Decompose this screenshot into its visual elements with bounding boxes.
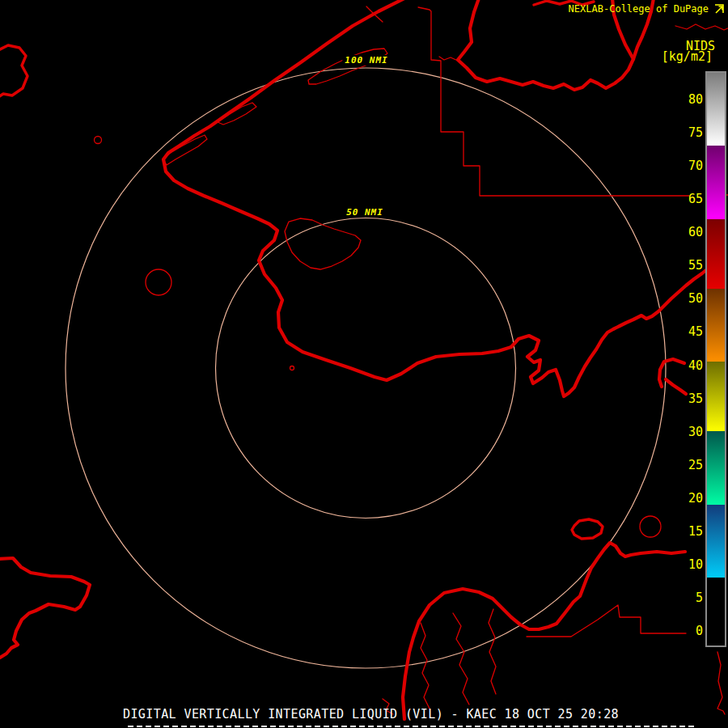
- colorbar-tick-70: 70: [679, 159, 703, 172]
- cod-logo-icon: [713, 3, 725, 15]
- small-lake-1: [95, 137, 102, 144]
- colorbar-tick-25: 25: [679, 459, 703, 472]
- range-ring-label-50nmi: 50 NMI: [344, 207, 386, 218]
- coastline-east: [511, 269, 707, 396]
- colorbar-tick-35: 35: [679, 392, 703, 405]
- colorbar-segment-black: [707, 578, 725, 645]
- header-title-text: NEXLAB-College of DuPage: [569, 3, 709, 15]
- colorbar-tick-0: 0: [679, 624, 703, 637]
- island-left-edge: [0, 45, 28, 97]
- colorbar: [705, 71, 726, 647]
- page-title: NEXLAB-College of DuPage: [569, 3, 725, 15]
- coastline-southwest: [0, 558, 90, 658]
- colorbar-tick-20: 20: [679, 492, 703, 505]
- inlet-outline-center: [285, 218, 361, 269]
- boundary-right-edge-squiggle: [717, 652, 725, 714]
- colorbar-tick-50: 50: [679, 292, 703, 305]
- lake-outline-thick: [572, 519, 603, 539]
- colorbar-segment-purple-magenta: [707, 146, 725, 218]
- colorbar-tick-5: 5: [679, 591, 703, 604]
- river-top-right: [675, 24, 728, 30]
- status-bar: DIGITAL VERTICALLY INTEGRATED LIQUID (VI…: [123, 708, 619, 721]
- small-lake-2: [146, 269, 171, 295]
- colorbar-segment-teal-green: [707, 431, 725, 504]
- peninsula-loop: [163, 135, 207, 165]
- colorbar-segment-gray-white: [707, 73, 725, 146]
- colorbar-tick-80: 80: [679, 93, 703, 106]
- map-layer: [0, 0, 728, 728]
- colorbar-segment-olive-yellow: [707, 362, 725, 431]
- small-lake-3: [640, 516, 661, 537]
- colorbar-tick-55: 55: [679, 259, 703, 272]
- barrier-island-nw-1: [308, 49, 387, 84]
- colorbar-tick-65: 65: [679, 193, 703, 205]
- colorbar-tick-75: 75: [679, 126, 703, 139]
- colorbar-tick-40: 40: [679, 359, 703, 372]
- small-island-dot: [290, 366, 294, 370]
- colorbar-tick-15: 15: [679, 525, 703, 538]
- colorbar-segment-blue-cyan: [707, 505, 725, 578]
- coast-spur-north: [439, 57, 458, 61]
- colorbar-tick-45: 45: [679, 325, 703, 338]
- radar-display: NEXLAB-College of DuPage NIDS [kg/m2] 80…: [0, 0, 728, 728]
- range-ring-100nmi: [66, 68, 666, 668]
- clipped-text-artifact: [128, 726, 694, 727]
- coastline-south-dome: [403, 543, 685, 719]
- county-boundary-southeast: [527, 605, 686, 637]
- colorbar-segment-brown-orange: [707, 289, 725, 362]
- river-dome-1: [421, 623, 430, 709]
- county-boundary-north: [418, 7, 689, 196]
- river-dome-2: [453, 613, 469, 705]
- colorbar-tick-10: 10: [679, 558, 703, 571]
- colorbar-tick-30: 30: [679, 425, 703, 438]
- legend-units-label: [kg/m2]: [662, 51, 713, 63]
- colorbar-tick-60: 60: [679, 226, 703, 239]
- range-ring-label-100nmi: 100 NMI: [342, 55, 390, 66]
- colorbar-segment-darkred-red: [707, 219, 725, 289]
- river-dome-3: [489, 609, 496, 694]
